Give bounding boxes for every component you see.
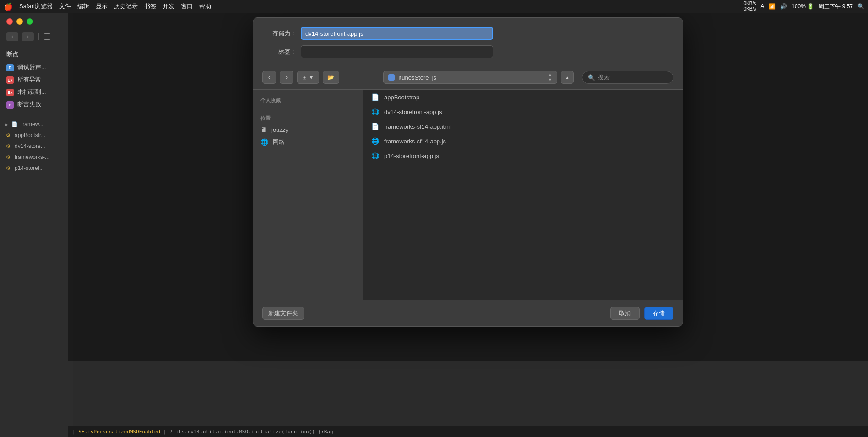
places-item-network[interactable]: 🌐 网络 <box>253 136 363 148</box>
sidebar-tree-dv14[interactable]: ⚙ dv14-store... <box>0 141 73 152</box>
sidebar-item-all-exceptions[interactable]: Ex 所有异常 <box>0 74 73 86</box>
menubar-file[interactable]: 文件 <box>59 2 71 11</box>
save-button[interactable]: 存储 <box>644 307 673 320</box>
dialog-toolbar: ‹ › ⊞ ▼ 📂 ItunesStore_js ▲ ▼ ▲ � <box>253 71 683 89</box>
nav-forward-toolbar-button[interactable]: › <box>280 71 293 84</box>
uncaught-icon: Ex <box>6 89 14 96</box>
sidebar-tree-p14[interactable]: ⚙ p14-storef... <box>0 163 73 174</box>
menubar-help[interactable]: 帮助 <box>199 2 211 11</box>
places-network-label: 网络 <box>273 138 285 146</box>
sidebar-item-assertion-label: 断言失败 <box>17 101 41 109</box>
sidebar-item-debugger[interactable]: D 调试器声... <box>0 61 73 74</box>
file-chrome-icon-4: 🌐 <box>370 151 380 160</box>
search-menubar-icon[interactable]: 🔍 <box>857 3 864 10</box>
input-indicator: A <box>760 3 764 10</box>
dv14-js-icon: ⚙ <box>5 142 12 150</box>
sidebar-tree-p14-label: p14-storef... <box>15 165 44 171</box>
file-doc-icon-2: 📄 <box>370 122 380 131</box>
sidebar-tree-appbootstrap-label: appBootstr... <box>15 132 45 138</box>
preview-panel <box>509 90 683 300</box>
dialog-overlay: 存储为： 标签： ‹ › ⊞ ▼ 📂 ItunesStore_js <box>68 13 868 361</box>
location-name: ItunesStore_js <box>398 74 436 81</box>
nav-back-toolbar-button[interactable]: ‹ <box>262 71 276 84</box>
menubar-edit[interactable]: 编辑 <box>77 2 89 11</box>
folder-button[interactable]: 📂 <box>323 71 339 84</box>
sidebar-item-uncaught-label: 未捕获到... <box>17 88 46 96</box>
file-name-frameworks-itml: frameworks-sf14-app.itml <box>384 123 451 130</box>
file-row-frameworks-js[interactable]: 🌐 frameworks-sf14-app.js <box>363 134 509 148</box>
menubar-safari[interactable]: Safari浏览器 <box>19 2 53 11</box>
menubar-view[interactable]: 显示 <box>96 2 108 11</box>
menubar-bookmarks[interactable]: 书签 <box>144 2 156 11</box>
filename-label: 存储为： <box>264 29 296 38</box>
sidebar-item-assertion[interactable]: A 断言失败 <box>0 98 73 111</box>
file-name-frameworks-js: frameworks-sf14-app.js <box>384 138 446 145</box>
menubar-dev[interactable]: 开发 <box>163 2 174 11</box>
file-doc-icon-0: 📄 <box>370 93 380 102</box>
sidebar-item-debugger-label: 调试器声... <box>17 64 46 71</box>
close-button[interactable] <box>6 18 13 25</box>
nav-forward-button[interactable]: › <box>22 32 34 41</box>
sidebar-item-uncaught[interactable]: Ex 未捕获到... <box>0 86 73 98</box>
save-dialog: 存储为： 标签： ‹ › ⊞ ▼ 📂 ItunesStore_js <box>253 17 683 327</box>
file-row-frameworks-itml[interactable]: 📄 frameworks-sf14-app.itml <box>363 119 509 134</box>
dialog-header: 存储为： 标签： <box>253 18 683 71</box>
sidebar-panel: ‹ › 断点 D 调试器声... Ex 所有异常 Ex 未捕获到... A 断言… <box>0 13 73 437</box>
menubar-window[interactable]: 窗口 <box>181 2 193 11</box>
frameworks-js-icon: ⚙ <box>5 153 12 161</box>
minimize-button[interactable] <box>16 18 23 25</box>
menubar: 🍎 Safari浏览器 文件 编辑 显示 历史记录 书签 开发 窗口 帮助 0K… <box>0 0 868 13</box>
file-name-dv14: dv14-storefront-app.js <box>384 109 442 115</box>
p14-js-icon: ⚙ <box>5 164 12 172</box>
cancel-button[interactable]: 取消 <box>610 307 640 320</box>
appbootstrap-js-icon: ⚙ <box>5 131 12 139</box>
battery-indicator: 100% 🔋 <box>792 3 814 10</box>
clock: 周三下午 9:57 <box>819 3 853 11</box>
search-placeholder: 搜索 <box>598 73 610 82</box>
debugger-icon: D <box>6 64 14 71</box>
search-icon: 🔍 <box>588 74 595 81</box>
search-box[interactable]: 🔍 搜索 <box>582 71 673 84</box>
location-section-title: 位置 <box>253 113 363 124</box>
status-highlight: SF.isPersonalizedMSOEnabled <box>78 429 160 435</box>
sidebar-tree-framework-label: framew... <box>21 121 43 127</box>
file-chrome-icon-3: 🌐 <box>370 137 380 146</box>
files-panel: 📄 appBootstrap 🌐 dv14-storefront-app.js … <box>363 90 509 300</box>
chevron-down-icon: ▼ <box>309 74 314 81</box>
tag-label: 标签： <box>264 48 296 56</box>
framework-doc-icon: 📄 <box>11 120 18 128</box>
all-exceptions-icon: Ex <box>6 76 14 84</box>
file-row-appbootstrap[interactable]: 📄 appBootstrap <box>363 90 509 104</box>
assertion-icon: A <box>6 101 14 109</box>
places-jouzzy-label: jouzzy <box>271 126 288 133</box>
filename-input[interactable] <box>301 27 493 40</box>
dialog-footer: 新建文件夹 取消 存储 <box>253 300 683 326</box>
expand-icon: ▲ <box>565 75 570 80</box>
chevron-up-icon: ▲ <box>548 73 552 77</box>
personal-favorites-title: 个人收藏 <box>253 95 363 106</box>
expand-button[interactable]: ▲ <box>561 71 574 84</box>
file-row-p14[interactable]: 🌐 p14-storefront-app.js <box>363 148 509 163</box>
file-name-p14: p14-storefront-app.js <box>384 153 439 159</box>
tree-arrow-icon: ▶ <box>5 122 8 127</box>
file-row-dv14[interactable]: 🌐 dv14-storefront-app.js <box>363 104 509 119</box>
location-selector[interactable]: ItunesStore_js ▲ ▼ <box>383 71 557 84</box>
sidebar-section-breakpoints: 断点 <box>0 45 73 61</box>
location-dot-icon <box>388 74 395 81</box>
nav-back-button[interactable]: ‹ <box>6 32 18 41</box>
menubar-right: 0KB/s0KB/s A 📶 🔊 100% 🔋 周三下午 9:57 🔍 <box>744 1 864 12</box>
sidebar-tree-framework[interactable]: ▶ 📄 framew... <box>0 119 73 130</box>
apple-menu[interactable]: 🍎 <box>4 2 13 11</box>
sidebar-tree-frameworks[interactable]: ⚙ frameworks-... <box>0 152 73 163</box>
new-folder-button[interactable]: 新建文件夹 <box>262 307 304 320</box>
volume-icon: 🔊 <box>780 3 787 10</box>
sidebar-tree-dv14-label: dv14-store... <box>15 143 45 149</box>
tag-input[interactable] <box>301 45 493 58</box>
places-item-jouzzy[interactable]: 🖥 jouzzy <box>253 124 363 136</box>
sidebar-tree-appbootstrap[interactable]: ⚙ appBootstr... <box>0 130 73 141</box>
tag-field: 标签： <box>264 45 672 58</box>
maximize-button[interactable] <box>27 18 33 25</box>
sidebar-navigation: ‹ › <box>0 30 73 45</box>
menubar-history[interactable]: 历史记录 <box>114 2 138 11</box>
view-options-button[interactable]: ⊞ ▼ <box>297 71 319 84</box>
